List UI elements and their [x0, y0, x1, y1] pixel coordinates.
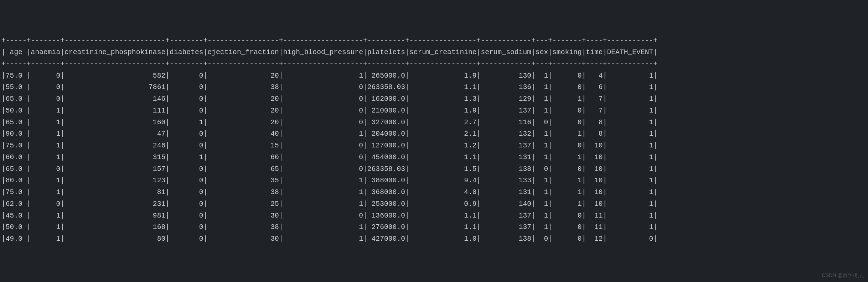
terminal-output: +-----+-------+------------------------+…	[0, 35, 868, 245]
watermark-text: CSDN @放学-别走	[822, 271, 864, 280]
